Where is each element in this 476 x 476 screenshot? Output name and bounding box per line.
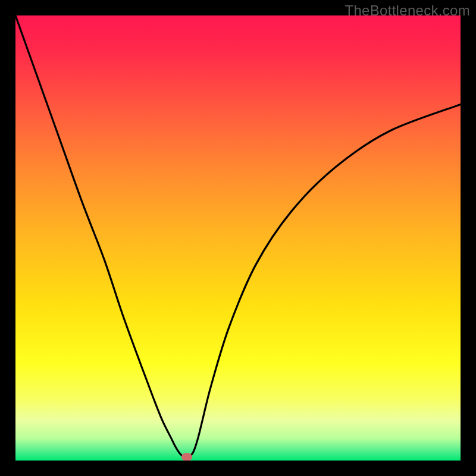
bottleneck-chart <box>15 15 461 461</box>
chart-plot-area <box>15 15 461 461</box>
gradient-background <box>15 15 461 461</box>
outer-border: TheBottleneck.com <box>0 0 476 476</box>
